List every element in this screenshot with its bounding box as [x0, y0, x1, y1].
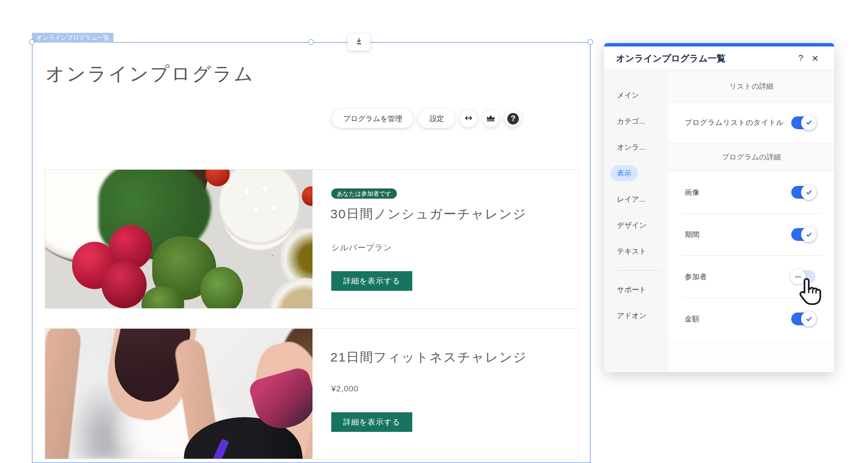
panel-nav: メイン カテゴ... オンラ... 表示 レイア... デザイン テキスト サポ… [604, 70, 668, 372]
panel-accent-bar [604, 43, 834, 46]
setting-row-duration: 期間 [668, 214, 834, 255]
setting-row-price: 金額 [668, 298, 834, 340]
stretch-button[interactable] [460, 110, 477, 127]
nav-divider [617, 270, 660, 271]
program-image-fitness [45, 329, 312, 459]
nav-item-design[interactable]: デザイン [604, 212, 668, 238]
program-title: 21日間フィットネスチャレンジ [330, 349, 527, 366]
stretch-horizontal-icon [464, 113, 473, 124]
setting-row-participants: 参加者 [668, 256, 834, 298]
nav-item-addons[interactable]: アドオン [604, 303, 668, 329]
setting-label: 画像 [685, 187, 791, 198]
program-title: 30日間ノンシュガーチャレンジ [330, 205, 527, 223]
panel-close-button[interactable]: ✕ [808, 51, 822, 66]
selection-handle-top-center[interactable] [308, 39, 314, 45]
toggle-knob-check-icon [801, 185, 816, 200]
section-header-list-details: リストの詳細 [668, 70, 834, 102]
setting-label: 期間 [685, 229, 791, 240]
setting-label: 参加者 [685, 272, 791, 282]
toggle-price[interactable] [791, 313, 816, 325]
selection-label-badge: オンラインプログラム一覧 [32, 33, 113, 43]
toggle-knob-check-icon [801, 115, 816, 130]
view-details-button[interactable]: 詳細を表示する [331, 271, 412, 291]
toggle-list-title[interactable] [791, 116, 816, 129]
question-icon: ? [798, 53, 803, 63]
toggle-image[interactable] [791, 186, 816, 199]
nav-item-main[interactable]: メイン [604, 82, 668, 108]
arrow-down-to-bar-icon [355, 37, 363, 47]
panel-content: リストの詳細 プログラムリストのタイトル プログラムの詳細 画像 [668, 70, 834, 372]
widget-toolbar: プログラムを管理 設定 ? [332, 109, 521, 128]
program-plan: シルバープラン [331, 242, 392, 253]
program-price: ¥2,000 [331, 384, 359, 394]
selection-handle-top-left[interactable] [29, 39, 35, 45]
setting-label: プログラムリストのタイトル [685, 117, 791, 128]
toggle-knob-check-icon [801, 227, 816, 242]
toggle-knob-dash-icon [790, 269, 806, 284]
selection-handle-top-right[interactable] [587, 39, 593, 45]
toggle-duration[interactable] [791, 228, 816, 241]
attach-to-section-handle[interactable] [347, 34, 370, 51]
panel-header: オンラインプログラム一覧 ? ✕ [604, 46, 834, 70]
page-title: オンラインプログラム [46, 61, 255, 87]
crown-icon [486, 113, 495, 124]
participant-badge: あなたは参加者です [331, 188, 397, 199]
toggle-participants[interactable] [791, 270, 816, 283]
setting-row-image: 画像 [668, 171, 834, 213]
nav-item-display[interactable]: 表示 [604, 160, 668, 186]
settings-button[interactable]: 設定 [418, 109, 455, 128]
manage-programs-button[interactable]: プログラムを管理 [332, 109, 413, 128]
section-header-program-details: プログラムの詳細 [668, 143, 834, 171]
setting-row-list-title: プログラムリストのタイトル [668, 102, 834, 143]
nav-item-categories[interactable]: カテゴ... [604, 108, 668, 134]
upgrade-button[interactable] [482, 110, 499, 127]
program-card[interactable]: あなたは参加者です 30日間ノンシュガーチャレンジ シルバープラン 詳細を表示す… [45, 169, 579, 309]
widget-settings-panel: オンラインプログラム一覧 ? ✕ メイン カテゴ... オンラ... 表示 レイ… [604, 43, 834, 372]
help-icon: ? [507, 113, 519, 124]
nav-item-text[interactable]: テキスト [604, 238, 668, 264]
nav-item-online[interactable]: オンラ... [604, 134, 668, 160]
program-card[interactable]: 21日間フィットネスチャレンジ ¥2,000 詳細を表示する [45, 328, 579, 459]
toggle-knob-check-icon [801, 311, 816, 327]
close-icon: ✕ [812, 53, 819, 64]
panel-help-button[interactable]: ? [793, 51, 808, 66]
selected-widget-canvas[interactable]: オンラインプログラム一覧 オンラインプログラム プログラムを管理 設定 ? すべ… [32, 42, 590, 463]
program-image-healthy-food [45, 170, 312, 308]
editor-screen: { "editor": { "selection_badge": "オンラインプ… [0, 0, 868, 463]
view-details-button[interactable]: 詳細を表示する [331, 412, 412, 432]
nav-item-support[interactable]: サポート [604, 277, 668, 303]
help-button[interactable]: ? [504, 110, 521, 127]
panel-title: オンラインプログラム一覧 [616, 52, 793, 64]
nav-item-layout[interactable]: レイア... [604, 186, 668, 212]
setting-label: 金額 [685, 314, 791, 324]
